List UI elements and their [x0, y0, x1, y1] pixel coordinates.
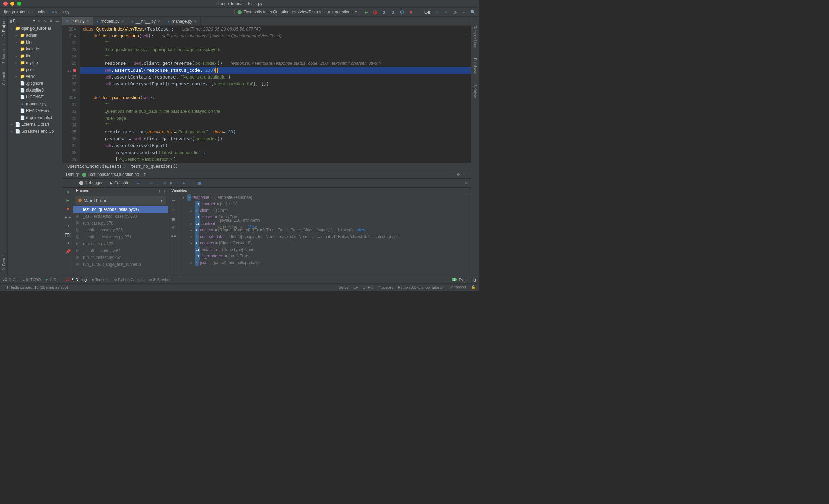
stripe-structure[interactable]: 7: Structure [2, 42, 6, 66]
tree-item[interactable]: 📄LICENSE [8, 94, 62, 100]
frame-row[interactable]: ⎘run, suite.py:122 [73, 240, 168, 247]
close-icon[interactable]: × [87, 19, 89, 23]
code-line[interactable]: class QuestionIndexViewTests(TestCase): … [80, 26, 471, 33]
git-rollback-icon[interactable]: ↶ [461, 9, 467, 15]
crumb-1[interactable]: polls [37, 10, 45, 14]
settings-icon[interactable]: ⚙ [67, 240, 69, 245]
gear-icon[interactable]: ⚙ [457, 172, 460, 177]
tree-item[interactable]: 📄README.md [8, 107, 62, 114]
variable-row[interactable]: ▾≡ response = {TemplateResponse} [179, 194, 471, 201]
tree-item[interactable]: 📄db.sqlite3 [8, 87, 62, 94]
encoding[interactable]: UTF-8 [363, 285, 373, 289]
tree-item[interactable]: 📄requirements.t [8, 114, 62, 121]
frame-row[interactable]: ⎘__call__, suite.py:84 [73, 247, 168, 254]
code-line[interactable]: def test_no_questions(self): self: test_… [80, 33, 471, 39]
code-line[interactable] [80, 87, 471, 94]
hide-icon[interactable]: — [55, 19, 60, 23]
add-watch-icon[interactable]: ＋ [171, 197, 176, 203]
tree-item[interactable]: ●manage.py [8, 100, 62, 107]
pin-icon[interactable]: 📌 [65, 249, 71, 254]
tree-item[interactable]: ▸📁bin [8, 39, 62, 46]
code-editor[interactable]: 20▶21▶222324252627282930▶313233343536373… [62, 26, 471, 163]
crumb-0[interactable]: django_tutorial [3, 10, 30, 14]
tw-run[interactable]: ▶4: Run [46, 277, 60, 282]
profile-icon[interactable]: ◶ [390, 9, 396, 15]
tree-item[interactable]: ▸📄Scratches and Co [8, 128, 62, 135]
close-icon[interactable]: × [144, 172, 146, 177]
caret-pos[interactable]: 26:52 [339, 285, 349, 289]
tw-services[interactable]: ◎8: Services [149, 277, 172, 282]
tree-item[interactable]: ▸📁venv [8, 73, 62, 80]
copy-icon[interactable]: ⎘ [172, 225, 175, 230]
variable-row[interactable]: 01 exc_info = {NoneType} None [179, 247, 471, 253]
frame-row[interactable]: ⎘run, tcunittest.py:262 [73, 254, 168, 261]
evaluate-icon[interactable]: ▦ [198, 180, 201, 185]
thread-dump-icon[interactable]: 📷 [65, 232, 71, 237]
thread-selector[interactable]: MainThread ▾ [75, 196, 166, 205]
frame-down-icon[interactable]: ↓ [164, 188, 166, 193]
variable-row[interactable]: ▸≡ json = {partial} functools.partial(>, [179, 260, 471, 266]
stop-icon[interactable]: ■ [67, 206, 69, 211]
debug-icon[interactable]: 🐞 [372, 9, 378, 15]
variable-row[interactable]: 01 is_rendered = {bool} True [179, 253, 471, 260]
code-line[interactable]: self.assertEqual(response.status_code, 2… [80, 67, 471, 74]
mute-bp-icon[interactable]: ⊘ [67, 223, 69, 228]
window-controls[interactable] [3, 2, 21, 6]
interpreter[interactable]: Python 3.8 (django_tutorial) [398, 285, 444, 289]
breadcrumb[interactable]: django_tutorial〉 polls〉 ●tests.py [3, 9, 69, 15]
stripe-database[interactable]: Database [473, 56, 477, 76]
context-breadcrumb[interactable]: QuestionIndexViewTests 〉 test_no_questio… [62, 163, 471, 170]
analysis-ok-icon[interactable]: ✓ [466, 31, 469, 36]
stripe-remote[interactable]: Remote Host [473, 24, 477, 50]
tree-item[interactable]: 📄.gitignore [8, 80, 62, 87]
variable-row[interactable]: 01 charset = {str} 'utf-8' [179, 201, 471, 207]
maximize-icon[interactable] [17, 2, 21, 6]
code-line[interactable]: response = self.client.get(reverse('poll… [80, 60, 471, 67]
code-line[interactable]: ['<Question: Past question.>'] [80, 156, 471, 163]
frame-row[interactable]: ⎘run, case.py:676 [73, 220, 168, 227]
close-icon[interactable]: × [194, 19, 197, 24]
step-out-icon[interactable]: ↑ [177, 180, 179, 185]
tw-terminal[interactable]: ▣Terminal [92, 277, 109, 282]
frame-row[interactable]: ⎘__call__, case.py:736 [73, 227, 168, 233]
rerun-icon[interactable]: ↻ [67, 189, 69, 194]
tree-item[interactable]: ▸📁polls [8, 66, 62, 73]
lock-icon[interactable]: 🔒 [471, 285, 476, 289]
editor-tab[interactable]: ●tests.py× [62, 17, 93, 25]
step-into-icon[interactable]: ↓ [157, 180, 159, 185]
editor-tab[interactable]: ●models.py× [93, 17, 128, 25]
code-line[interactable]: response.context['latest_question_list']… [80, 149, 471, 156]
crumb-2[interactable]: tests.py [55, 10, 69, 14]
frames-list[interactable]: ⎘test_no_questions, tests.py:26⎘_callTes… [73, 206, 168, 276]
frame-row[interactable]: ⎘run_suite, django_test_runner.p [73, 261, 168, 268]
variable-row[interactable]: ▸≡ context_data = {dict: 6} {'paginator'… [179, 233, 471, 240]
stripe-favorites[interactable]: 2: Favorites [2, 249, 6, 272]
layout-icon[interactable]: ⊞ [465, 180, 468, 185]
git-update-icon[interactable]: ✓ [435, 9, 440, 15]
minimize-icon[interactable] [10, 2, 14, 6]
step-over-icon[interactable]: ⤻ [149, 180, 153, 185]
tw-git[interactable]: ⎇9: Git [3, 277, 17, 282]
code-line[interactable]: """ [80, 101, 471, 108]
variables-list[interactable]: ▾≡ response = {TemplateResponse} 01 char… [179, 194, 471, 276]
array-icon[interactable]: ▦ [172, 216, 175, 221]
coverage-icon[interactable]: ◷ [381, 9, 387, 15]
remove-watch-icon[interactable]: － [171, 207, 176, 213]
code-line[interactable]: If no questions exist, an appropriate me… [80, 46, 471, 53]
variable-row[interactable]: ▸≡ cookies = {SimpleCookie: 0} [179, 240, 471, 247]
step-into-my-icon[interactable]: ⇲ [163, 180, 166, 185]
editor-tab[interactable]: ●manage.py× [164, 17, 201, 25]
run-config-selector[interactable]: ⬤ Test: polls.tests.QuestionIndexViewTes… [234, 9, 360, 15]
search-icon[interactable]: 🔍 [470, 9, 476, 15]
project-tree[interactable]: ▾📁django_tutorial▸📁admin▸📁bin📁include▸📁l… [8, 25, 62, 276]
hide-icon[interactable]: — [463, 172, 468, 177]
close-icon[interactable] [3, 2, 8, 6]
code-line[interactable]: """ [80, 122, 471, 129]
concurrency-icon[interactable]: ⬡ [399, 9, 405, 15]
event-log[interactable]: Event Log [459, 278, 476, 282]
force-step-icon[interactable]: ⇊ [170, 180, 172, 185]
tree-item[interactable]: ▸📁lib [8, 52, 62, 59]
tree-item[interactable]: 📁include [8, 46, 62, 52]
code-line[interactable]: self.assertQuerysetEqual(response.contex… [80, 81, 471, 87]
tree-item[interactable]: ▸📁admin [8, 32, 62, 39]
